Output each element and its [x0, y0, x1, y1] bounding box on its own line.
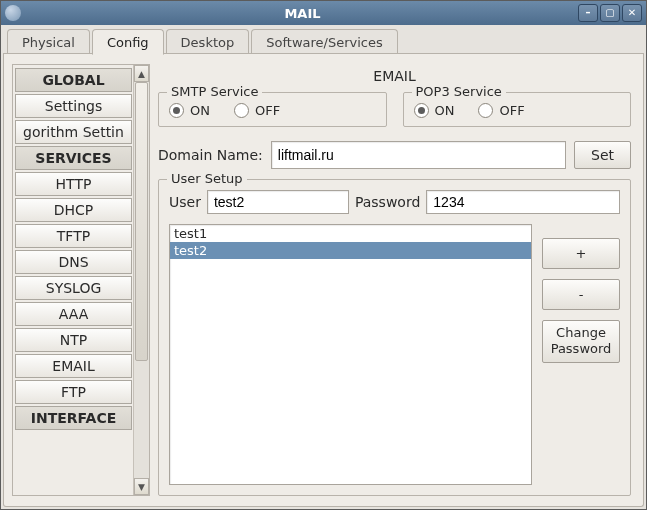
smtp-on-label: ON	[190, 103, 210, 118]
tab-config[interactable]: Config	[92, 29, 164, 55]
add-user-button[interactable]: +	[542, 238, 620, 269]
domain-input[interactable]	[271, 141, 566, 169]
minimize-button[interactable]: –	[578, 4, 598, 22]
sidebar-item-settings[interactable]: Settings	[15, 94, 132, 118]
sidebar-header-interface[interactable]: INTERFACE	[15, 406, 132, 430]
sidebar-header-services[interactable]: SERVICES	[15, 146, 132, 170]
tab-desktop[interactable]: Desktop	[166, 29, 250, 54]
pop3-legend: POP3 Service	[412, 84, 506, 99]
tab-physical[interactable]: Physical	[7, 29, 90, 54]
sidebar-item-dns[interactable]: DNS	[15, 250, 132, 274]
sidebar-item-tftp[interactable]: TFTP	[15, 224, 132, 248]
maximize-button[interactable]: ▢	[600, 4, 620, 22]
sidebar-item-ftp[interactable]: FTP	[15, 380, 132, 404]
pop3-on-radio[interactable]: ON	[414, 103, 455, 118]
close-button[interactable]: ✕	[622, 4, 642, 22]
scroll-down-icon[interactable]: ▼	[134, 478, 149, 495]
smtp-on-radio[interactable]: ON	[169, 103, 210, 118]
sidebar-header-global[interactable]: GLOBAL	[15, 68, 132, 92]
pop3-off-label: OFF	[499, 103, 524, 118]
sidebar: GLOBAL Settings gorithm Settin SERVICES …	[12, 64, 150, 496]
scroll-thumb[interactable]	[135, 82, 148, 361]
list-item[interactable]: test2	[170, 242, 531, 259]
sidebar-item-algorithm-settings[interactable]: gorithm Settin	[15, 120, 132, 144]
radio-icon	[234, 103, 249, 118]
radio-icon	[478, 103, 493, 118]
smtp-off-radio[interactable]: OFF	[234, 103, 280, 118]
sidebar-item-http[interactable]: HTTP	[15, 172, 132, 196]
sidebar-item-email[interactable]: EMAIL	[15, 354, 132, 378]
tab-content: GLOBAL Settings gorithm Settin SERVICES …	[3, 54, 644, 507]
sidebar-item-aaa[interactable]: AAA	[15, 302, 132, 326]
radio-icon	[169, 103, 184, 118]
pop3-off-radio[interactable]: OFF	[478, 103, 524, 118]
titlebar: MAIL – ▢ ✕	[1, 1, 646, 25]
remove-user-button[interactable]: -	[542, 279, 620, 310]
smtp-off-label: OFF	[255, 103, 280, 118]
app-icon	[5, 5, 21, 21]
email-panel: EMAIL SMTP Service ON OFF	[158, 64, 631, 496]
user-setup-group: User Setup User Password test1 test2	[158, 179, 631, 496]
user-setup-legend: User Setup	[167, 171, 247, 186]
change-password-button[interactable]: Change Password	[542, 320, 620, 363]
scroll-track[interactable]	[134, 82, 149, 478]
domain-label: Domain Name:	[158, 147, 263, 163]
set-button[interactable]: Set	[574, 141, 631, 169]
user-input[interactable]	[207, 190, 349, 214]
list-item[interactable]: test1	[170, 225, 531, 242]
user-label: User	[169, 194, 201, 210]
pop3-on-label: ON	[435, 103, 455, 118]
smtp-service-group: SMTP Service ON OFF	[158, 92, 387, 127]
sidebar-item-syslog[interactable]: SYSLOG	[15, 276, 132, 300]
window-controls: – ▢ ✕	[578, 4, 642, 22]
radio-icon	[414, 103, 429, 118]
password-label: Password	[355, 194, 420, 210]
password-input[interactable]	[426, 190, 620, 214]
tabs-bar: Physical Config Desktop Software/Service…	[3, 27, 644, 54]
tab-software-services[interactable]: Software/Services	[251, 29, 398, 54]
smtp-legend: SMTP Service	[167, 84, 262, 99]
scroll-up-icon[interactable]: ▲	[134, 65, 149, 82]
sidebar-scrollbar[interactable]: ▲ ▼	[133, 65, 149, 495]
user-list[interactable]: test1 test2	[169, 224, 532, 485]
client-area: Physical Config Desktop Software/Service…	[1, 25, 646, 509]
app-window: MAIL – ▢ ✕ Physical Config Desktop Softw…	[0, 0, 647, 510]
pop3-service-group: POP3 Service ON OFF	[403, 92, 632, 127]
sidebar-item-ntp[interactable]: NTP	[15, 328, 132, 352]
window-title: MAIL	[27, 6, 578, 21]
sidebar-item-dhcp[interactable]: DHCP	[15, 198, 132, 222]
